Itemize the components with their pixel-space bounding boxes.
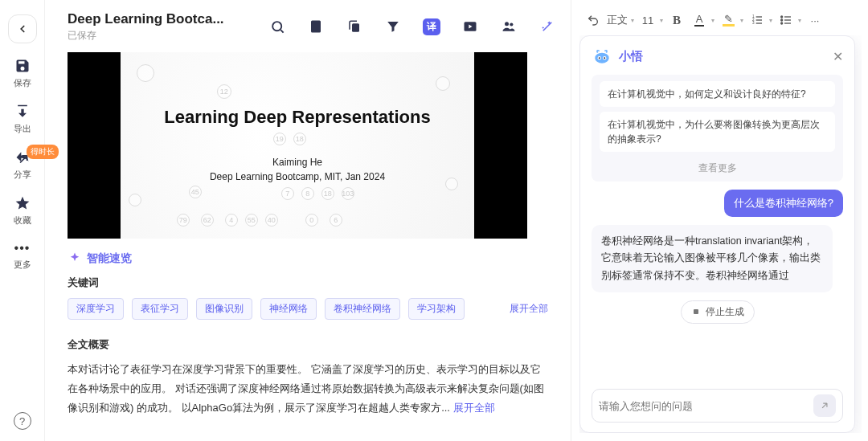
- highlight-button[interactable]: ✎: [719, 11, 737, 29]
- rail-export[interactable]: 导出: [14, 104, 31, 135]
- summary-text: 本对话讨论了表征学习在深度学习背景下的重要性。 它涵盖了深度学习的历史、表示学习…: [68, 360, 548, 418]
- suggestion-item[interactable]: 在计算机视觉中，为什么要将图像转换为更高层次的抽象表示?: [600, 112, 835, 152]
- summary-label: 全文概要: [68, 337, 548, 352]
- summary-expand[interactable]: 展开全部: [453, 402, 495, 414]
- svg-point-5: [510, 22, 513, 26]
- chat-panel: 小悟 ✕ 在计算机视觉中，如何定义和设计良好的特征? 在计算机视觉中，为什么要将…: [579, 35, 855, 433]
- back-button[interactable]: [8, 14, 37, 43]
- video-icon[interactable]: [461, 18, 479, 35]
- slide-bubble: 8: [301, 187, 314, 200]
- slide-title: Learning Deep Representations: [164, 107, 430, 128]
- rail-export-label: 导出: [14, 123, 31, 135]
- bold-button[interactable]: B: [668, 11, 686, 29]
- slide-bubble: 45: [189, 186, 202, 198]
- chat-title: 小悟: [619, 49, 826, 64]
- svg-point-22: [604, 57, 605, 59]
- suggestions-box: 在计算机视觉中，如何定义和设计良好的特征? 在计算机视觉中，为什么要将图像转换为…: [592, 75, 843, 182]
- svg-rect-23: [694, 309, 698, 314]
- send-button[interactable]: [813, 394, 836, 417]
- svg-line-1: [280, 30, 283, 32]
- rail-favorite[interactable]: 收藏: [14, 195, 31, 227]
- toolbar-more[interactable]: ···: [806, 11, 824, 29]
- slide-bubble: 12: [217, 84, 231, 99]
- slide-bubble: 40: [265, 214, 278, 227]
- ordered-list-button[interactable]: 123: [748, 11, 766, 29]
- chevron-down-icon: ▾: [660, 17, 663, 24]
- share-badge: 得时长: [27, 145, 59, 159]
- unordered-list-button[interactable]: [777, 11, 795, 29]
- slide-bubble: 55: [245, 214, 258, 227]
- keyword-chip[interactable]: 学习架构: [408, 298, 465, 320]
- copy-icon[interactable]: [346, 18, 363, 35]
- slide-bubble: 6: [330, 214, 342, 227]
- slide-bubble: 0: [305, 214, 318, 227]
- chat-input[interactable]: [599, 400, 813, 412]
- slide-author: Kaiming He: [210, 155, 385, 169]
- stop-icon: [691, 307, 701, 316]
- bot-message: 卷积神经网络是一种translation invariant架构，它意味着无论输…: [592, 225, 833, 292]
- slide-bubble: 7: [281, 187, 294, 200]
- magic-icon[interactable]: [538, 18, 556, 35]
- filter-icon[interactable]: [384, 18, 402, 35]
- undo-icon[interactable]: [584, 11, 602, 29]
- svg-point-16: [781, 19, 783, 21]
- close-icon[interactable]: ✕: [833, 49, 843, 64]
- rail-save-label: 保存: [14, 77, 31, 89]
- svg-point-0: [272, 22, 281, 31]
- slide-subtitle: Deep Learning Bootcamp, MIT, Jan 2024: [210, 169, 385, 184]
- help-button[interactable]: ?: [14, 412, 31, 430]
- font-size-select[interactable]: 11: [639, 11, 657, 29]
- keyword-chip[interactable]: 卷积神经网络: [325, 298, 400, 320]
- svg-point-18: [595, 53, 608, 63]
- doc-status: 已保存: [68, 29, 252, 43]
- keywords-expand[interactable]: 展开全部: [510, 302, 548, 316]
- people-icon[interactable]: [500, 18, 518, 35]
- chat-input-row: [592, 389, 843, 423]
- search-icon[interactable]: [268, 18, 286, 35]
- translate-icon[interactable]: 译: [423, 18, 440, 35]
- svg-point-21: [599, 57, 600, 59]
- keyword-chip[interactable]: 图像识别: [196, 298, 252, 320]
- slide-bubble: 4: [225, 214, 238, 227]
- chevron-down-icon: ▾: [740, 17, 743, 24]
- keywords-label: 关键词: [68, 276, 548, 290]
- chevron-down-icon: ▾: [631, 17, 634, 24]
- keyword-chip[interactable]: 神经网络: [260, 298, 317, 320]
- slide-bubble: 79: [177, 214, 190, 227]
- rail-save[interactable]: 保存: [14, 58, 31, 89]
- assistant-avatar-icon: [592, 46, 612, 67]
- see-more-link[interactable]: 查看更多: [600, 157, 835, 175]
- slide-bubble: 62: [201, 214, 214, 227]
- doc-title: Deep Learning Bootca...: [68, 11, 236, 27]
- rail-share-label: 分享: [14, 169, 31, 181]
- keywords-row: 深度学习 表征学习 图像识别 神经网络 卷积神经网络 学习架构 展开全部: [68, 298, 548, 320]
- more-icon: •••: [14, 241, 31, 255]
- rail-more[interactable]: ••• 更多: [14, 241, 31, 271]
- user-message: 什么是卷积神经网络?: [724, 190, 843, 217]
- suggestion-item[interactable]: 在计算机视觉中，如何定义和设计良好的特征?: [600, 81, 835, 107]
- ai-icon: [68, 251, 82, 266]
- keyword-chip[interactable]: 深度学习: [68, 298, 124, 320]
- slide-bubble: [445, 178, 458, 190]
- rail-favorite-label: 收藏: [14, 214, 31, 227]
- slide-bubble: 18: [321, 187, 334, 200]
- note-icon[interactable]: [307, 18, 325, 35]
- slide-bubble: [137, 64, 154, 82]
- keyword-chip[interactable]: 表征学习: [132, 298, 188, 320]
- style-select[interactable]: 正文: [607, 11, 628, 29]
- font-color-button[interactable]: A: [690, 11, 708, 29]
- svg-rect-2: [352, 23, 359, 32]
- slide-thumbnail[interactable]: 12 19 18 45 79 62 4 55 40 0 6 7 8 18 103…: [68, 52, 527, 239]
- chevron-down-icon: ▾: [798, 17, 801, 24]
- slide-bubble: [129, 194, 141, 206]
- slide-bubble: 103: [342, 187, 354, 200]
- svg-point-4: [505, 22, 509, 26]
- stop-generate-button[interactable]: 停止生成: [681, 300, 755, 324]
- slide-bubble: 18: [293, 133, 306, 145]
- chevron-down-icon: ▾: [711, 17, 714, 24]
- editor-toolbar: 正文 ▾ 11 ▾ B A ▾ ✎ ▾ 123 ▾ ▾ ···: [579, 8, 862, 35]
- slide-bubble: [436, 76, 450, 91]
- rail-share[interactable]: 得时长 分享: [14, 149, 31, 181]
- svg-point-15: [781, 16, 783, 18]
- chevron-down-icon: ▾: [769, 17, 772, 24]
